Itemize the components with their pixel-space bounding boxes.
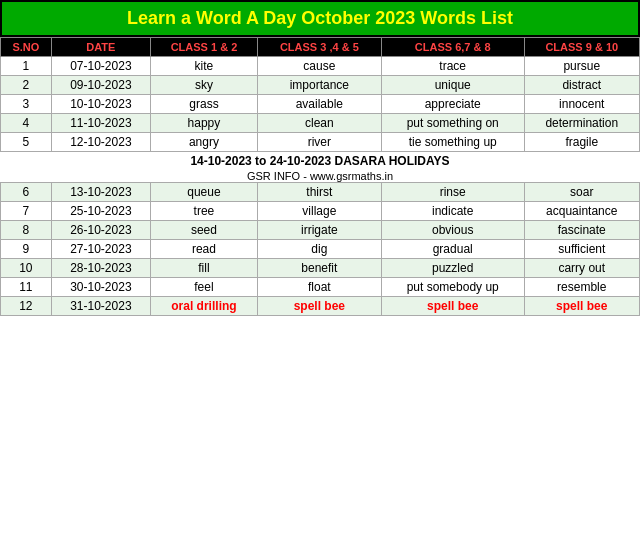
row-date: 28-10-2023 [51,259,150,278]
row-c678: spell bee [381,297,524,316]
row-c12: angry [151,133,258,152]
row-num: 8 [1,221,52,240]
row-c345: available [257,95,381,114]
header-date: DATE [51,38,150,57]
row-c678: trace [381,57,524,76]
row-c678: appreciate [381,95,524,114]
row-date: 10-10-2023 [51,95,150,114]
row-c910: distract [524,76,639,95]
row-c12: grass [151,95,258,114]
row-c910: resemble [524,278,639,297]
row-c345: cause [257,57,381,76]
row-c910: fascinate [524,221,639,240]
row-c345: spell bee [257,297,381,316]
row-c678: unique [381,76,524,95]
row-c345: float [257,278,381,297]
row-c678: obvious [381,221,524,240]
title: Learn a Word A Day October 2023 Words Li… [0,0,640,37]
row-c12: tree [151,202,258,221]
header-class678: CLASS 6,7 & 8 [381,38,524,57]
header-sno: S.NO [1,38,52,57]
row-date: 07-10-2023 [51,57,150,76]
row-c345: dig [257,240,381,259]
row-date: 12-10-2023 [51,133,150,152]
row-c345: village [257,202,381,221]
row-num: 6 [1,183,52,202]
row-c345: clean [257,114,381,133]
row-date: 25-10-2023 [51,202,150,221]
row-num: 11 [1,278,52,297]
row-c12: queue [151,183,258,202]
row-c12: fill [151,259,258,278]
row-c678: tie something up [381,133,524,152]
row-c345: thirst [257,183,381,202]
row-date: 27-10-2023 [51,240,150,259]
row-c910: innocent [524,95,639,114]
gsr-info: GSR INFO - www.gsrmaths.in [1,170,640,183]
row-c910: carry out [524,259,639,278]
row-date: 26-10-2023 [51,221,150,240]
header-class345: CLASS 3 ,4 & 5 [257,38,381,57]
row-num: 7 [1,202,52,221]
row-c12: read [151,240,258,259]
row-c678: gradual [381,240,524,259]
row-c910: determination [524,114,639,133]
row-c910: fragile [524,133,639,152]
row-c910: soar [524,183,639,202]
row-date: 30-10-2023 [51,278,150,297]
row-date: 31-10-2023 [51,297,150,316]
row-c12: happy [151,114,258,133]
row-c345: benefit [257,259,381,278]
row-num: 3 [1,95,52,114]
row-date: 13-10-2023 [51,183,150,202]
row-num: 1 [1,57,52,76]
row-num: 9 [1,240,52,259]
row-c12: seed [151,221,258,240]
row-c12: feel [151,278,258,297]
header-class910: CLASS 9 & 10 [524,38,639,57]
holiday-text: 14-10-2023 to 24-10-2023 DASARA HOLIDAYS [1,152,640,171]
row-c910: pursue [524,57,639,76]
row-date: 11-10-2023 [51,114,150,133]
row-c345: river [257,133,381,152]
row-c345: importance [257,76,381,95]
row-num: 4 [1,114,52,133]
row-c910: sufficient [524,240,639,259]
row-c678: puzzled [381,259,524,278]
header-class12: CLASS 1 & 2 [151,38,258,57]
row-c345: irrigate [257,221,381,240]
row-c678: rinse [381,183,524,202]
row-c12: kite [151,57,258,76]
row-num: 10 [1,259,52,278]
row-num: 2 [1,76,52,95]
row-c910: spell bee [524,297,639,316]
row-c12: oral drilling [151,297,258,316]
row-c12: sky [151,76,258,95]
row-c678: put something on [381,114,524,133]
row-num: 5 [1,133,52,152]
row-num: 12 [1,297,52,316]
row-c678: indicate [381,202,524,221]
row-c678: put somebody up [381,278,524,297]
row-c910: acquaintance [524,202,639,221]
row-date: 09-10-2023 [51,76,150,95]
